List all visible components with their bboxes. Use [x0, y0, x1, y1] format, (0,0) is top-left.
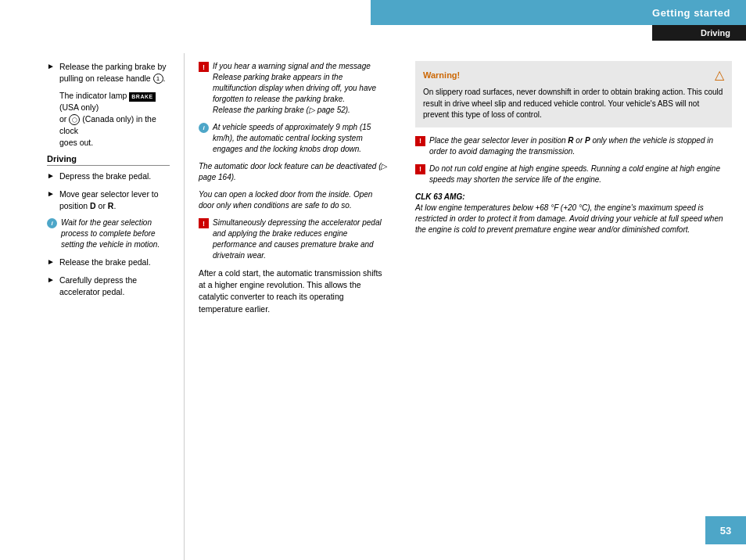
- mid-italic-3: The automatic door lock feature can be d…: [199, 161, 389, 183]
- warn-icon-2: !: [199, 218, 209, 228]
- bullet-arrow-4: ►: [47, 257, 55, 266]
- right-note-text-1: Place the gear selector lever in positio…: [429, 135, 732, 157]
- col-left: ► Release the parking brake by pulling o…: [0, 53, 184, 560]
- content-area: ► Release the parking brake by pulling o…: [0, 53, 746, 560]
- mid-note-text-5: Simultaneously depressing the accelerato…: [213, 217, 389, 261]
- bullet-text-5: Carefully depress the accelerator pedal.: [59, 275, 170, 297]
- bullet-arrow-2: ►: [47, 171, 55, 180]
- right-note-3: CLK 63 AMG: At low engine temperatures b…: [415, 192, 732, 235]
- col-right: Warning! △ On slippery road surfaces, ne…: [403, 53, 746, 560]
- clock-icon: ◯: [69, 114, 80, 125]
- mid-italic-4: You can open a locked door from the insi…: [199, 189, 389, 211]
- bullet-item-5: ► Carefully depress the accelerator peda…: [47, 275, 170, 297]
- info-icon: i: [47, 218, 57, 228]
- right-note-2: ! Do not run cold engine at high engine …: [415, 163, 732, 185]
- info-icon-2: i: [199, 123, 209, 133]
- bullet-text-4: Release the brake pedal.: [59, 257, 151, 268]
- bullet-item-3: ► Move gear selector lever to position D…: [47, 188, 170, 211]
- info-note-text: Wait for the gear selection process to c…: [61, 217, 170, 250]
- right-note-1: ! Place the gear selector lever in posit…: [415, 135, 732, 157]
- warn-icon-4: !: [415, 164, 425, 174]
- bullet-text-1: Release the parking brake by pulling on …: [59, 61, 170, 84]
- bullet-arrow-1: ►: [47, 62, 55, 70]
- driving-section-heading: Driving: [47, 154, 170, 166]
- warning-body-text: On slippery road surfaces, never downshi…: [423, 87, 724, 121]
- page-number: 53: [705, 516, 746, 544]
- bullet-arrow-5: ►: [47, 275, 55, 284]
- indent-note-1: The indicator lamp BRAKE (USA only) or ◯…: [59, 90, 170, 148]
- mid-note-5: ! Simultaneously depressing the accelera…: [199, 217, 389, 261]
- brake-badge: BRAKE: [129, 92, 155, 102]
- mid-note-1: ! If you hear a warning signal and the m…: [199, 61, 389, 116]
- right-note-text-2: Do not run cold engine at high engine sp…: [429, 163, 732, 185]
- mid-italic-6: After a cold start, the automatic transm…: [199, 267, 389, 315]
- col-mid: ! If you hear a warning signal and the m…: [184, 53, 403, 560]
- bullet-item-2: ► Depress the brake pedal.: [47, 171, 170, 182]
- bullet-arrow-3: ►: [47, 189, 55, 198]
- section-tab: Driving: [652, 25, 746, 41]
- mid-note-2: i At vehicle speeds of approximately 9 m…: [199, 122, 389, 155]
- bullet-text-3: Move gear selector lever to position D o…: [59, 188, 170, 211]
- mid-note-text-1: If you hear a warning signal and the mes…: [213, 61, 389, 116]
- circle-num-1: 1: [153, 74, 163, 84]
- warning-box-header: Warning! △: [423, 67, 724, 82]
- warning-triangle-icon: △: [715, 67, 724, 82]
- warn-icon-3: !: [415, 136, 425, 146]
- bullet-item-1: ► Release the parking brake by pulling o…: [47, 61, 170, 84]
- bullet-text-2: Depress the brake pedal.: [59, 171, 151, 182]
- header-bar: Getting started: [371, 0, 746, 25]
- section-label: Driving: [701, 28, 730, 38]
- header-title: Getting started: [652, 7, 730, 19]
- info-note-row: i Wait for the gear selection process to…: [47, 217, 170, 250]
- warn-icon-1: !: [199, 62, 209, 72]
- bullet-item-4: ► Release the brake pedal.: [47, 257, 170, 268]
- warning-box: Warning! △ On slippery road surfaces, ne…: [415, 61, 732, 127]
- warning-label: Warning!: [423, 70, 460, 80]
- mid-note-text-2: At vehicle speeds of approximately 9 mph…: [213, 122, 389, 155]
